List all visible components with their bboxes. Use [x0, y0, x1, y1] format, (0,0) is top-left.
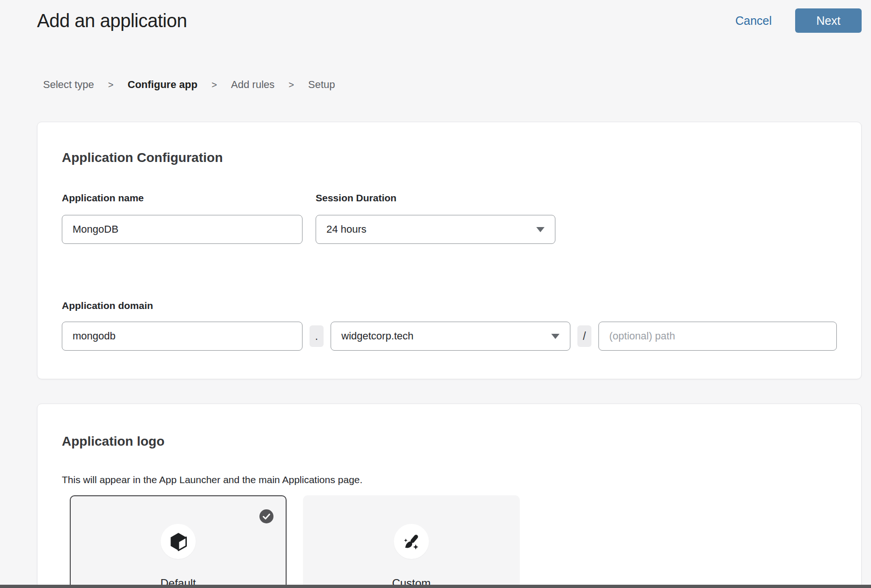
path-input[interactable]: [598, 322, 837, 351]
page-header: Add an application Cancel Next: [37, 8, 862, 33]
breadcrumb: Select type > Configure app > Add rules …: [43, 79, 335, 91]
cancel-button[interactable]: Cancel: [735, 14, 772, 28]
cube-icon: [168, 531, 189, 552]
step-add-rules[interactable]: Add rules: [231, 79, 274, 91]
slash-separator: /: [577, 325, 591, 347]
step-configure-app[interactable]: Configure app: [128, 79, 198, 91]
breadcrumb-separator: >: [288, 80, 294, 90]
chevron-down-icon: [551, 334, 560, 339]
application-name-label: Application name: [62, 192, 303, 204]
application-configuration-card: Application Configuration Application na…: [37, 122, 862, 379]
session-duration-label: Session Duration: [316, 192, 397, 204]
session-duration-select[interactable]: 24 hours: [316, 215, 555, 244]
step-setup[interactable]: Setup: [308, 79, 335, 91]
window-bottom-edge: [0, 585, 871, 588]
dot-separator: .: [310, 325, 324, 347]
session-duration-value: 24 hours: [326, 223, 367, 235]
application-domain-label: Application domain: [62, 300, 837, 311]
breadcrumb-separator: >: [212, 80, 217, 90]
domain-select[interactable]: widgetcorp.tech: [331, 322, 570, 351]
subdomain-input[interactable]: [62, 322, 303, 351]
default-logo-circle: [161, 524, 196, 559]
logo-option-default[interactable]: Default: [70, 495, 287, 588]
chevron-down-icon: [536, 227, 545, 232]
logo-heading: Application logo: [62, 434, 837, 449]
logo-description: This will appear in the App Launcher and…: [62, 474, 837, 485]
custom-logo-circle: [394, 524, 429, 559]
application-name-input[interactable]: [62, 215, 303, 244]
check-icon: [259, 509, 273, 523]
next-button[interactable]: Next: [795, 8, 862, 33]
configuration-heading: Application Configuration: [62, 150, 837, 165]
header-actions: Cancel Next: [735, 8, 862, 33]
breadcrumb-separator: >: [108, 80, 114, 90]
domain-value: widgetcorp.tech: [341, 330, 413, 342]
logo-option-custom[interactable]: Custom: [303, 495, 520, 588]
paintbrush-icon: [401, 531, 422, 552]
logo-options: Default Custom: [70, 495, 837, 588]
page-title: Add an application: [37, 10, 187, 31]
step-select-type[interactable]: Select type: [43, 79, 94, 91]
application-logo-card: Application logo This will appear in the…: [37, 404, 862, 588]
